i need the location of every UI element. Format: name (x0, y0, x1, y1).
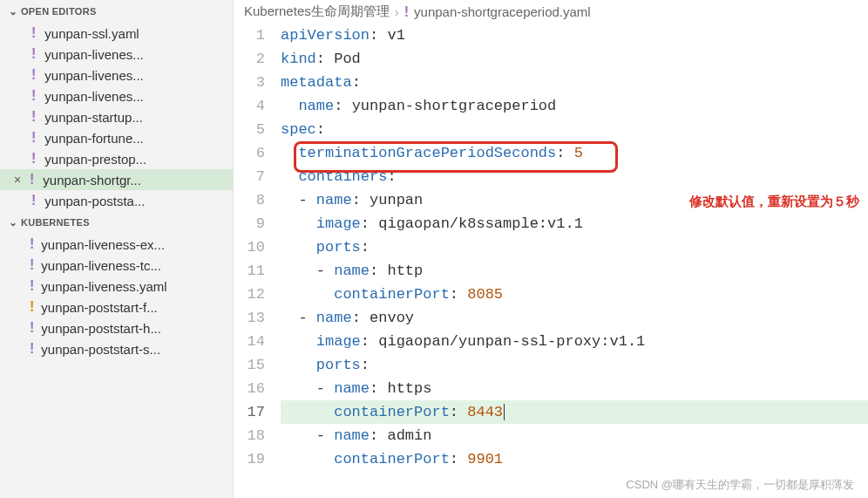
open-editor-item[interactable]: ×!yunpan-shortgr... (0, 169, 233, 190)
yaml-file-icon: ! (31, 88, 36, 104)
open-editor-item[interactable]: !yunpan-livenes... (0, 85, 233, 106)
filename-label: yunpan-fortune... (44, 131, 143, 146)
kubernetes-label: KUBERNETES (21, 217, 90, 228)
filename-label: yunpan-liveness.yaml (41, 279, 166, 294)
explorer-list: !yunpan-liveness-ex...!yunpan-liveness-t… (0, 234, 233, 359)
code-line[interactable]: terminationGracePeriodSeconds: 5 (281, 141, 868, 165)
filename-label: yunpan-prestop... (44, 152, 146, 167)
yaml-file-icon: ! (31, 130, 36, 146)
watermark: CSDN @哪有天生的学霸，一切都是厚积薄发 (626, 477, 854, 493)
breadcrumb-file[interactable]: yunpan-shortgraceperiod.yaml (414, 4, 591, 19)
line-number: 11 (242, 259, 265, 283)
filename-label: yunpan-poststart-h... (41, 321, 161, 336)
line-number: 19 (242, 447, 265, 471)
filename-label: yunpan-poststa... (44, 194, 145, 208)
filename-label: yunpan-startup... (44, 110, 143, 125)
filename-label: yunpan-livenes... (44, 47, 143, 62)
line-number: 2 (242, 47, 265, 71)
yaml-file-icon: ! (30, 341, 34, 357)
line-number: 8 (242, 188, 265, 212)
yaml-file-icon: ! (31, 67, 36, 83)
yaml-file-icon: ! (404, 4, 409, 20)
code-line[interactable]: spec: (281, 118, 868, 141)
open-editor-item[interactable]: !yunpan-poststa... (0, 190, 233, 211)
kubernetes-header[interactable]: ⌄ KUBERNETES (0, 211, 233, 234)
explorer-item[interactable]: !yunpan-liveness-tc... (0, 255, 233, 276)
yaml-file-icon: ! (30, 172, 34, 188)
line-number: 7 (242, 165, 265, 188)
code-line[interactable]: image: qigaopan/yunpan-ssl-proxy:v1.1 (281, 330, 868, 353)
breadcrumb-folder[interactable]: Kubernetes生命周期管理 (244, 3, 390, 20)
code-line[interactable]: kind: Pod (281, 47, 868, 71)
open-editor-item[interactable]: !yunpan-livenes... (0, 65, 233, 85)
main-editor-area: Kubernetes生命周期管理 › ! yunpan-shortgracepe… (234, 0, 868, 498)
line-number: 14 (242, 330, 265, 353)
line-number-gutter: 12345678910111213141516171819 (234, 24, 281, 498)
line-number: 13 (242, 306, 265, 330)
close-icon[interactable]: × (14, 173, 30, 187)
breadcrumb-separator: › (395, 4, 399, 19)
open-editor-item[interactable]: !yunpan-prestop... (0, 148, 233, 169)
code-line[interactable]: containers: (281, 165, 868, 188)
code-line[interactable]: image: qigaopan/k8ssample:v1.1 (281, 212, 868, 235)
code-line[interactable]: - name: https (281, 377, 868, 400)
yaml-file-icon: ! (31, 109, 36, 125)
open-editors-label: OPEN EDITORS (21, 6, 97, 17)
yaml-file-icon: ! (30, 236, 34, 252)
explorer-item[interactable]: !yunpan-poststart-s... (0, 338, 233, 359)
line-number: 3 (242, 71, 265, 94)
code-line[interactable]: apiVersion: v1 (281, 24, 868, 47)
line-number: 16 (242, 377, 265, 400)
filename-label: yunpan-liveness-ex... (41, 237, 165, 252)
text-cursor (504, 404, 505, 420)
sidebar: ⌄ OPEN EDITORS !yunpan-ssl.yaml!yunpan-l… (0, 0, 234, 498)
explorer-item[interactable]: !yunpan-liveness.yaml (0, 276, 233, 297)
line-number: 9 (242, 212, 265, 235)
breadcrumb[interactable]: Kubernetes生命周期管理 › ! yunpan-shortgracepe… (234, 0, 868, 24)
open-editors-header[interactable]: ⌄ OPEN EDITORS (0, 0, 233, 23)
open-editor-item[interactable]: !yunpan-fortune... (0, 127, 233, 148)
code-line[interactable]: containerPort: 8085 (281, 283, 868, 306)
yaml-file-icon: ! (30, 257, 34, 273)
filename-label: yunpan-shortgr... (43, 173, 141, 188)
yaml-file-icon: ! (31, 46, 36, 62)
chevron-down-icon: ⌄ (9, 5, 21, 17)
line-number: 17 (242, 400, 265, 424)
filename-label: yunpan-liveness-tc... (41, 258, 161, 273)
open-editor-item[interactable]: !yunpan-livenes... (0, 44, 233, 65)
line-number: 6 (242, 141, 265, 165)
line-number: 5 (242, 118, 265, 141)
yaml-file-icon: ! (30, 278, 34, 294)
code-line[interactable]: containerPort: 8443 (281, 400, 868, 424)
code-line[interactable]: ports: (281, 235, 868, 259)
code-editor[interactable]: 12345678910111213141516171819 apiVersion… (234, 24, 868, 498)
open-editor-item[interactable]: !yunpan-ssl.yaml (0, 23, 233, 44)
code-line[interactable]: name: yunpan-shortgraceperiod (281, 94, 868, 118)
code-line[interactable]: - name: admin (281, 424, 868, 447)
explorer-item[interactable]: !yunpan-poststart-f... (0, 297, 233, 317)
filename-label: yunpan-livenes... (44, 68, 143, 83)
open-editors-list: !yunpan-ssl.yaml!yunpan-livenes...!yunpa… (0, 23, 233, 211)
code-line[interactable]: metadata: (281, 71, 868, 94)
filename-label: yunpan-poststart-s... (41, 342, 160, 357)
code-line[interactable]: - name: envoy (281, 306, 868, 330)
code-line[interactable]: containerPort: 9901 (281, 447, 868, 471)
code-line[interactable]: ports: (281, 353, 868, 377)
filename-label: yunpan-ssl.yaml (44, 26, 139, 41)
code-line[interactable]: - name: http (281, 259, 868, 283)
explorer-item[interactable]: !yunpan-liveness-ex... (0, 234, 233, 255)
open-editor-item[interactable]: !yunpan-startup... (0, 106, 233, 127)
yaml-file-icon: ! (30, 299, 34, 315)
filename-label: yunpan-livenes... (44, 89, 143, 104)
yaml-file-icon: ! (31, 193, 36, 208)
yaml-file-icon: ! (30, 320, 34, 336)
line-number: 15 (242, 353, 265, 377)
yaml-file-icon: ! (31, 151, 36, 167)
line-number: 10 (242, 235, 265, 259)
chevron-down-icon: ⌄ (9, 216, 21, 229)
filename-label: yunpan-poststart-f... (41, 300, 157, 315)
yaml-file-icon: ! (31, 25, 36, 41)
line-number: 18 (242, 424, 265, 447)
explorer-item[interactable]: !yunpan-poststart-h... (0, 317, 233, 338)
code-content[interactable]: apiVersion: v1kind: Podmetadata: name: y… (281, 24, 868, 498)
